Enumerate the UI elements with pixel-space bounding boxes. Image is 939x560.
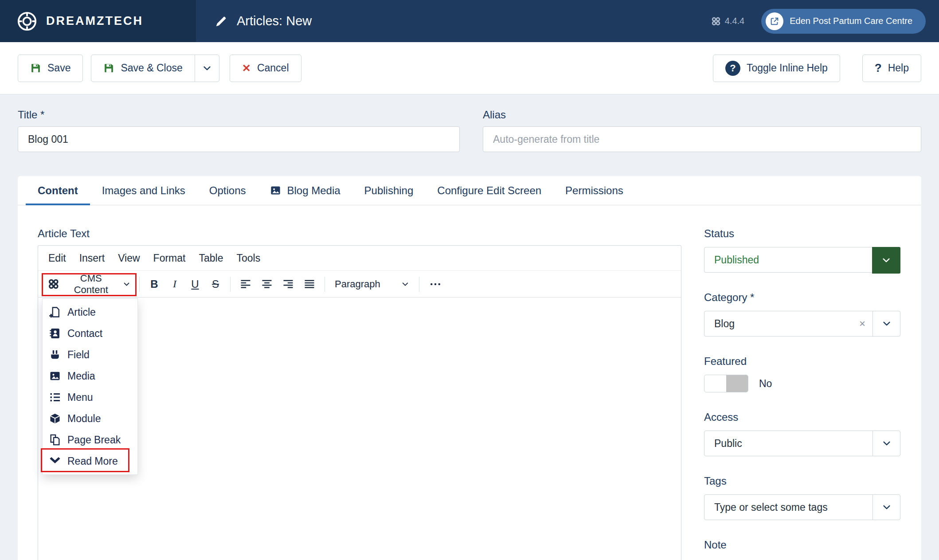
menu-item-media[interactable]: Media (43, 365, 137, 387)
tab-label: Options (209, 184, 246, 197)
tab-images-and-links[interactable]: Images and Links (90, 176, 197, 205)
align-right-icon (282, 278, 294, 290)
menu-item-label: Read More (67, 455, 118, 467)
italic-button[interactable]: I (164, 274, 185, 294)
blog-media-image-icon (270, 184, 282, 196)
article-edit-card: Content Images and Links Options Blog Me… (18, 176, 921, 560)
tab-options[interactable]: Options (197, 176, 258, 205)
featured-toggle[interactable] (704, 375, 748, 392)
top-bar: DREAMZTECH Articles: New 4.4.4 Eden Post… (0, 0, 939, 42)
more-toolbar-items-button[interactable] (424, 274, 447, 294)
save-button[interactable]: Save (18, 55, 83, 82)
toolbar-separator (230, 277, 231, 292)
status-select[interactable]: Published (704, 247, 900, 273)
category-label: Category * (704, 291, 900, 304)
external-link-icon (766, 12, 783, 30)
chevron-down-icon (401, 280, 409, 288)
rich-text-editor[interactable]: Edit Insert View Format Table Tools CMS … (38, 245, 681, 560)
menu-insert[interactable]: Insert (73, 249, 112, 268)
page-heading: Articles: New (196, 0, 312, 42)
paragraph-style-dropdown[interactable]: Paragraph (329, 274, 415, 294)
chevron-down-icon (202, 63, 212, 73)
article-text-label: Article Text (38, 227, 681, 240)
menu-item-module[interactable]: Module (43, 408, 137, 429)
header-right: 4.4.4 Eden Post Partum Care Centre (711, 0, 939, 42)
strikethrough-button[interactable]: S (205, 274, 226, 294)
site-name: Eden Post Partum Care Centre (790, 16, 912, 26)
tags-group: Tags Type or select some tags (704, 475, 900, 520)
menu-item-page-break[interactable]: Page Break (43, 429, 137, 450)
preview-site-button[interactable]: Eden Post Partum Care Centre (761, 9, 926, 34)
menu-item-label: Article (67, 306, 96, 318)
title-input[interactable] (18, 126, 460, 152)
bold-button[interactable]: B (144, 274, 164, 294)
read-more-icon (49, 455, 61, 467)
toggle-inline-help-label: Toggle Inline Help (747, 62, 828, 74)
module-cube-icon (49, 412, 61, 425)
save-icon (30, 63, 41, 74)
access-value: Public (704, 438, 872, 450)
tab-configure-edit-screen[interactable]: Configure Edit Screen (425, 176, 553, 205)
align-justify-button[interactable] (299, 274, 320, 294)
menu-table[interactable]: Table (192, 249, 230, 268)
title-label: Title * (18, 109, 460, 121)
editor-toolbar: CMS Content B I U S Paragraph (38, 271, 681, 298)
tab-content[interactable]: Content (26, 176, 90, 205)
toolbar-right: ? Toggle Inline Help ? Help (713, 55, 921, 82)
menu-item-article[interactable]: Article (43, 302, 137, 323)
menu-item-contact[interactable]: Contact (43, 323, 137, 344)
menu-item-read-more[interactable]: Read More (43, 450, 137, 472)
pencil-icon (215, 15, 228, 28)
brand-area[interactable]: DREAMZTECH (0, 0, 196, 42)
paragraph-label: Paragraph (335, 278, 380, 290)
page-break-icon (49, 434, 61, 446)
tab-permissions[interactable]: Permissions (553, 176, 635, 205)
toggle-inline-help-button[interactable]: ? Toggle Inline Help (713, 55, 840, 82)
chevron-down-icon (872, 431, 900, 456)
ellipsis-icon (429, 278, 442, 291)
save-options-dropdown-button[interactable] (195, 55, 219, 82)
save-close-button[interactable]: Save & Close (91, 55, 195, 82)
title-field-group: Title * (18, 109, 460, 152)
underline-button[interactable]: U (185, 274, 205, 294)
editor-menubar: Edit Insert View Format Table Tools (38, 246, 681, 271)
align-right-button[interactable] (278, 274, 299, 294)
editor-column: Article Text Edit Insert View Format Tab… (38, 227, 681, 560)
clear-category-icon[interactable]: × (859, 317, 865, 330)
page-title: Articles: New (237, 14, 312, 28)
access-label: Access (704, 411, 900, 423)
menu-item-field[interactable]: Field (43, 344, 137, 365)
alias-input[interactable] (483, 126, 921, 152)
tab-blog-media[interactable]: Blog Media (258, 176, 352, 205)
save-close-label: Save & Close (121, 62, 182, 74)
help-button[interactable]: ? Help (862, 55, 921, 82)
align-center-button[interactable] (256, 274, 278, 294)
menu-item-menu[interactable]: Menu (43, 387, 137, 408)
tab-label: Publishing (364, 184, 414, 197)
italic-icon: I (173, 278, 176, 290)
field-plug-icon (49, 349, 61, 361)
alias-field-group: Alias (483, 109, 921, 152)
tab-label: Images and Links (102, 184, 185, 197)
access-select[interactable]: Public (704, 431, 900, 456)
cms-content-button[interactable]: CMS Content (43, 274, 135, 294)
menu-format[interactable]: Format (147, 249, 192, 268)
tab-publishing[interactable]: Publishing (352, 176, 426, 205)
menu-edit[interactable]: Edit (42, 249, 73, 268)
tags-select[interactable]: Type or select some tags (704, 494, 900, 520)
media-image-icon (49, 370, 61, 382)
menu-view[interactable]: View (111, 249, 146, 268)
align-center-icon (261, 278, 273, 290)
toggle-knob (726, 375, 748, 392)
menu-item-label: Media (67, 370, 95, 382)
help-label: Help (888, 62, 909, 74)
align-left-button[interactable] (235, 274, 256, 294)
category-select[interactable]: Blog × (704, 311, 900, 337)
cancel-x-icon: ✕ (242, 62, 251, 74)
question-circle-icon: ? (725, 61, 740, 76)
menu-item-label: Module (67, 413, 101, 425)
menu-item-label: Field (67, 349, 90, 361)
cancel-button[interactable]: ✕ Cancel (230, 55, 301, 82)
menu-tools[interactable]: Tools (230, 249, 267, 268)
tab-label: Configure Edit Screen (437, 184, 541, 197)
